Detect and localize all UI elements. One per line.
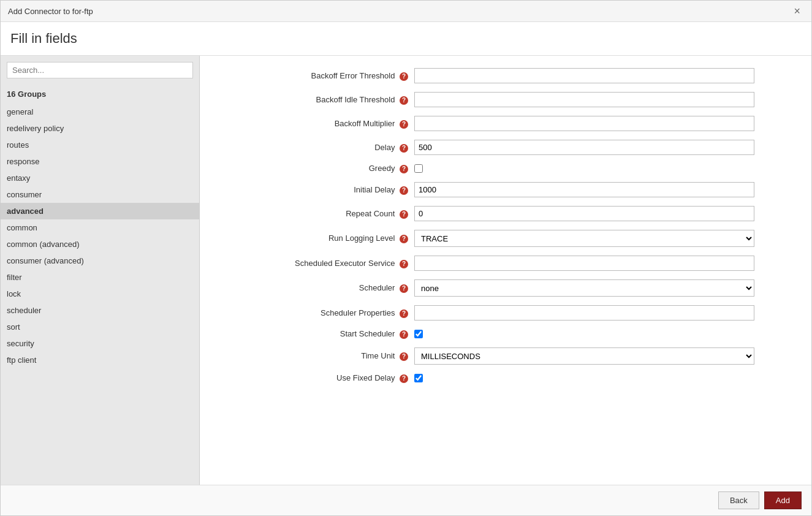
sidebar-item-sort[interactable]: sort: [1, 319, 199, 335]
help-icon-backoff-multiplier[interactable]: ?: [400, 120, 408, 129]
main-content: Backoff Error Threshold ? Backoff Idle T…: [200, 56, 811, 485]
form-row-scheduler-properties: Scheduler Properties ?: [218, 305, 793, 321]
sidebar-item-ftp-client[interactable]: ftp client: [1, 352, 199, 368]
label-start-scheduler: Start Scheduler ?: [218, 329, 414, 339]
checkbox-start-scheduler[interactable]: [414, 330, 423, 338]
checkbox-use-fixed-delay[interactable]: [414, 374, 423, 382]
sidebar-item-entaxy[interactable]: entaxy: [1, 170, 199, 186]
label-backoff-error-threshold: Backoff Error Threshold ?: [218, 71, 414, 81]
sidebar-item-advanced[interactable]: advanced: [1, 203, 199, 219]
sidebar-item-security[interactable]: security: [1, 335, 199, 352]
sidebar-item-response[interactable]: response: [1, 153, 199, 170]
input-backoff-error-threshold[interactable]: [414, 68, 754, 83]
dialog-heading: Fill in fields: [1, 22, 811, 56]
input-backoff-multiplier[interactable]: [414, 116, 754, 131]
form-row-backoff-multiplier: Backoff Multiplier ?: [218, 116, 793, 131]
help-icon-scheduled-executor-service[interactable]: ?: [400, 260, 408, 268]
help-icon-use-fixed-delay[interactable]: ?: [400, 374, 408, 383]
help-icon-greedy[interactable]: ?: [400, 165, 408, 173]
sidebar-item-redelivery-policy[interactable]: redelivery policy: [1, 120, 199, 137]
sidebar-item-common-advanced[interactable]: common (advanced): [1, 236, 199, 252]
form-row-backoff-idle-threshold: Backoff Idle Threshold ?: [218, 92, 793, 107]
help-icon-backoff-idle-threshold[interactable]: ?: [400, 96, 408, 105]
help-icon-backoff-error-threshold[interactable]: ?: [400, 72, 408, 81]
sidebar-item-consumer[interactable]: consumer: [1, 186, 199, 203]
label-backoff-idle-threshold: Backoff Idle Threshold ?: [218, 95, 414, 105]
add-button[interactable]: Add: [764, 491, 802, 509]
sidebar: 16 Groups general redelivery policy rout…: [1, 56, 200, 485]
input-repeat-count[interactable]: [414, 206, 754, 221]
search-box: [7, 62, 193, 78]
help-icon-time-unit[interactable]: ?: [400, 352, 408, 361]
dialog-body: 16 Groups general redelivery policy rout…: [1, 56, 811, 485]
input-scheduled-executor-service[interactable]: [414, 256, 754, 271]
label-scheduled-executor-service: Scheduled Executor Service ?: [218, 259, 414, 268]
groups-label: 16 Groups: [1, 85, 199, 104]
back-button[interactable]: Back: [718, 491, 759, 509]
form-row-start-scheduler: Start Scheduler ?: [218, 329, 793, 339]
dialog-title: Add Connector to for-ftp: [8, 7, 93, 16]
label-greedy: Greedy ?: [218, 164, 414, 173]
sidebar-item-lock[interactable]: lock: [1, 286, 199, 302]
sidebar-nav: general redelivery policy routes respons…: [1, 104, 199, 368]
label-run-logging-level: Run Logging Level ?: [218, 233, 414, 243]
sidebar-item-common[interactable]: common: [1, 219, 199, 236]
form-row-backoff-error-threshold: Backoff Error Threshold ?: [218, 68, 793, 83]
dialog-titlebar: Add Connector to for-ftp ×: [1, 1, 811, 22]
help-icon-delay[interactable]: ?: [400, 144, 408, 153]
form-row-use-fixed-delay: Use Fixed Delay ?: [218, 373, 793, 383]
label-scheduler-properties: Scheduler Properties ?: [218, 308, 414, 318]
form-row-repeat-count: Repeat Count ?: [218, 206, 793, 221]
sidebar-item-consumer-advanced[interactable]: consumer (advanced): [1, 252, 199, 269]
close-button[interactable]: ×: [790, 4, 804, 18]
label-time-unit: Time Unit ?: [218, 351, 414, 361]
form-row-initial-delay: Initial Delay ?: [218, 182, 793, 197]
input-scheduler-properties[interactable]: [414, 305, 754, 321]
help-icon-repeat-count[interactable]: ?: [400, 210, 408, 219]
form-row-scheduler: Scheduler ? none spring quartz: [218, 279, 793, 297]
help-icon-run-logging-level[interactable]: ?: [400, 235, 408, 243]
sidebar-item-filter[interactable]: filter: [1, 269, 199, 286]
form-row-time-unit: Time Unit ? MILLISECONDS SECONDS MINUTES…: [218, 347, 793, 365]
help-icon-scheduler-properties[interactable]: ?: [400, 309, 408, 318]
sidebar-item-routes[interactable]: routes: [1, 137, 199, 153]
select-time-unit[interactable]: MILLISECONDS SECONDS MINUTES HOURS DAYS: [414, 347, 754, 365]
label-initial-delay: Initial Delay ?: [218, 185, 414, 195]
label-delay: Delay ?: [218, 143, 414, 153]
input-initial-delay[interactable]: [414, 182, 754, 197]
label-use-fixed-delay: Use Fixed Delay ?: [218, 373, 414, 383]
form-row-delay: Delay ?: [218, 140, 793, 155]
label-backoff-multiplier: Backoff Multiplier ?: [218, 119, 414, 129]
form-row-scheduled-executor-service: Scheduled Executor Service ?: [218, 256, 793, 271]
input-delay[interactable]: [414, 140, 754, 155]
select-run-logging-level[interactable]: TRACE DEBUG INFO WARN ERROR: [414, 230, 754, 247]
label-scheduler: Scheduler ?: [218, 283, 414, 293]
input-backoff-idle-threshold[interactable]: [414, 92, 754, 107]
form-row-greedy: Greedy ?: [218, 164, 793, 173]
form-row-run-logging-level: Run Logging Level ? TRACE DEBUG INFO WAR…: [218, 230, 793, 247]
search-input[interactable]: [7, 62, 193, 78]
label-repeat-count: Repeat Count ?: [218, 209, 414, 219]
help-icon-scheduler[interactable]: ?: [400, 284, 408, 293]
sidebar-item-general[interactable]: general: [1, 104, 199, 120]
dialog-footer: Back Add: [1, 485, 811, 515]
help-icon-initial-delay[interactable]: ?: [400, 186, 408, 195]
select-scheduler[interactable]: none spring quartz: [414, 279, 754, 297]
checkbox-greedy[interactable]: [414, 164, 423, 173]
help-icon-start-scheduler[interactable]: ?: [400, 330, 408, 339]
sidebar-item-scheduler[interactable]: scheduler: [1, 302, 199, 319]
